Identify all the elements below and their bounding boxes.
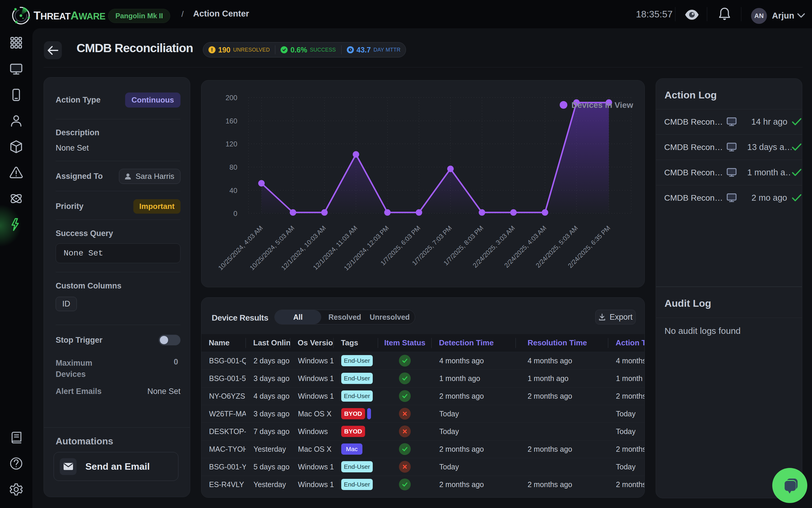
svg-text:200: 200 — [226, 94, 237, 102]
svg-text:80: 80 — [229, 163, 237, 171]
svg-text:120: 120 — [226, 140, 237, 148]
svg-text:0: 0 — [234, 210, 237, 217]
svg-text:160: 160 — [226, 117, 237, 125]
svg-text:40: 40 — [229, 186, 237, 195]
svg-text:Devices in View: Devices in View — [571, 100, 633, 110]
